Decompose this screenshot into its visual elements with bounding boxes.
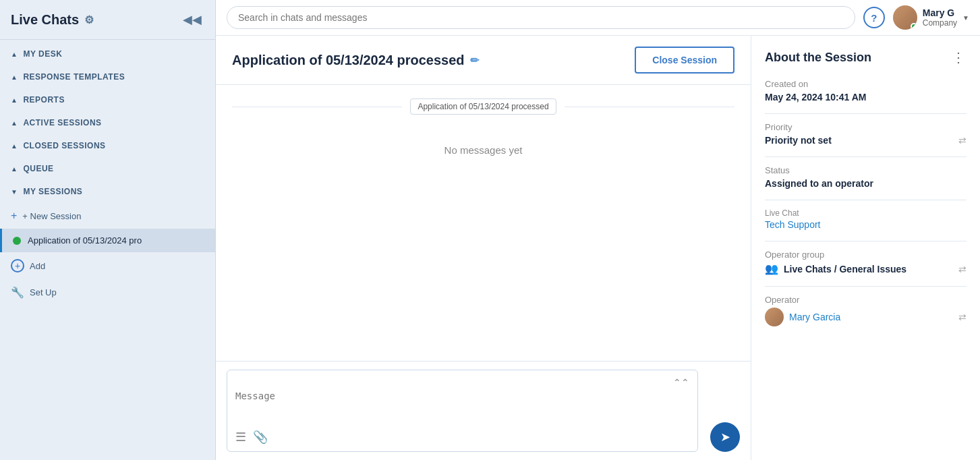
live-chat-section: Live Chat Tech Support <box>765 208 967 230</box>
collapse-sidebar-button[interactable]: ◀◀ <box>180 9 204 30</box>
add-circle-icon: + <box>11 259 24 272</box>
created-on-value: May 24, 2024 10:41 AM <box>765 92 967 103</box>
message-icon-group: ☰ 📎 <box>235 430 268 444</box>
session-item-label: Application of 05/13/2024 pro <box>28 235 142 246</box>
new-session-label: + New Session <box>22 211 81 221</box>
setup-button[interactable]: 🔧 Set Up <box>0 279 215 306</box>
status-section: Status Assigned to an operator <box>765 165 967 189</box>
sidebar-item-label: MY DESK <box>23 49 62 59</box>
operator-section: Operator Mary Garcia ⇄ <box>765 295 967 326</box>
sidebar-item-active-sessions[interactable]: ▲ ACTIVE SESSIONS <box>0 111 215 134</box>
arrow-icon: ▲ <box>11 51 18 58</box>
operator-group-row: 👥 Live Chats / General Issues ⇄ <box>765 262 967 275</box>
swap-operator-icon[interactable]: ⇄ <box>958 312 967 322</box>
user-company: Company <box>923 18 957 28</box>
divider <box>765 156 967 157</box>
message-textarea[interactable] <box>235 391 689 424</box>
sidebar-item-my-sessions[interactable]: ▼ MY SESSIONS <box>0 180 215 203</box>
edit-icon[interactable]: ✏ <box>470 54 479 67</box>
message-box-wrapper: ⌃⌃ ☰ 📎 <box>227 370 698 452</box>
search-input[interactable] <box>227 6 855 29</box>
arrow-down-icon: ▼ <box>11 188 18 196</box>
panel-title: About the Session <box>765 51 871 65</box>
no-messages-text: No messages yet <box>444 144 523 156</box>
operator-group-section: Operator group 👥 Live Chats / General Is… <box>765 250 967 275</box>
sidebar-item-label: QUEUE <box>23 164 53 173</box>
send-button[interactable]: ➤ <box>710 422 740 452</box>
priority-row: Priority not set ⇄ <box>765 135 967 146</box>
sidebar-item-response-templates[interactable]: ▲ RESPONSE TEMPLATES <box>0 65 215 88</box>
avatar <box>893 5 917 30</box>
panel-header: About the Session ⋮ <box>765 49 967 65</box>
setup-label: Set Up <box>30 287 57 297</box>
collapse-icon: ◀◀ <box>183 13 202 26</box>
right-panel: About the Session ⋮ Created on May 24, 2… <box>751 36 980 460</box>
message-actions: ☰ 📎 <box>235 430 689 444</box>
wrench-icon: 🔧 <box>11 286 24 299</box>
priority-label: Priority <box>765 122 967 132</box>
main-area: ? Mary G Company ▼ Application of 05/13/… <box>216 0 980 460</box>
swap-group-icon[interactable]: ⇄ <box>958 264 967 275</box>
online-indicator <box>911 23 917 30</box>
sidebar-item-label: MY SESSIONS <box>23 187 82 196</box>
close-session-button[interactable]: Close Session <box>635 47 734 74</box>
priority-section: Priority Priority not set ⇄ <box>765 122 967 146</box>
expand-button[interactable]: ⌃⌃ <box>673 377 689 388</box>
session-tag: Application of 05/13/2024 processed <box>410 98 556 115</box>
group-icon: 👥 <box>765 262 778 275</box>
plus-icon: + <box>11 210 17 222</box>
swap-priority-icon[interactable]: ⇄ <box>958 135 967 146</box>
arrow-icon: ▲ <box>11 96 18 104</box>
sidebar-item-label: CLOSED SESSIONS <box>23 141 105 150</box>
divider <box>765 241 967 241</box>
attachment-icon-button[interactable]: 📎 <box>253 430 268 444</box>
gear-icon[interactable]: ⚙ <box>84 13 94 26</box>
sidebar: Live Chats ⚙ ◀◀ ▲ MY DESK ▲ RESPONSE TEM… <box>0 0 216 460</box>
sidebar-title-text: Live Chats <box>11 12 79 28</box>
divider <box>765 200 967 200</box>
operator-label: Operator <box>765 295 967 305</box>
new-session-button[interactable]: + + New Session <box>0 203 215 229</box>
active-session-item[interactable]: Application of 05/13/2024 pro <box>0 229 215 252</box>
chat-header: Application of 05/13/2024 processed ✏ Cl… <box>216 36 751 85</box>
template-icon-button[interactable]: ☰ <box>235 430 246 444</box>
operator-link[interactable]: Mary Garcia <box>789 312 840 322</box>
chat-messages: Application of 05/13/2024 processed No m… <box>216 85 751 361</box>
session-online-dot <box>13 237 21 245</box>
sidebar-item-reports[interactable]: ▲ REPORTS <box>0 88 215 111</box>
sidebar-item-label: REPORTS <box>23 95 65 105</box>
arrow-icon: ▲ <box>11 119 18 127</box>
chat-container: Application of 05/13/2024 processed ✏ Cl… <box>216 36 980 460</box>
sidebar-item-closed-sessions[interactable]: ▲ CLOSED SESSIONS <box>0 134 215 157</box>
live-chat-label: Live Chat <box>765 208 967 218</box>
chat-title-text: Application of 05/13/2024 processed <box>232 53 465 68</box>
help-button[interactable]: ? <box>863 7 885 28</box>
add-button[interactable]: + Add <box>0 252 215 279</box>
operator-group-value-row: 👥 Live Chats / General Issues <box>765 262 906 275</box>
user-menu[interactable]: Mary G Company ▼ <box>893 5 969 30</box>
sidebar-item-label: RESPONSE TEMPLATES <box>23 72 125 82</box>
sidebar-nav: ▲ MY DESK ▲ RESPONSE TEMPLATES ▲ REPORTS… <box>0 40 215 460</box>
user-name: Mary G <box>923 7 957 18</box>
created-on-section: Created on May 24, 2024 10:41 AM <box>765 79 967 103</box>
more-options-button[interactable]: ⋮ <box>952 49 967 65</box>
divider <box>765 286 967 287</box>
status-label: Status <box>765 165 967 175</box>
status-value: Assigned to an operator <box>765 178 967 189</box>
sidebar-title: Live Chats ⚙ <box>11 12 94 28</box>
priority-value: Priority not set <box>765 135 832 146</box>
chat-title: Application of 05/13/2024 processed ✏ <box>232 53 479 68</box>
message-input-area: ⌃⌃ ☰ 📎 ➤ <box>216 361 751 460</box>
created-on-label: Created on <box>765 79 967 89</box>
sidebar-item-my-desk[interactable]: ▲ MY DESK <box>0 42 215 65</box>
operator-row: Mary Garcia ⇄ <box>765 308 967 326</box>
session-divider: Application of 05/13/2024 processed <box>232 98 734 115</box>
operator-group-label: Operator group <box>765 250 967 260</box>
live-chat-link[interactable]: Tech Support <box>765 219 821 230</box>
chevron-down-icon: ▼ <box>962 14 969 22</box>
sidebar-item-queue[interactable]: ▲ QUEUE <box>0 157 215 180</box>
arrow-icon: ▲ <box>11 142 18 150</box>
operator-avatar <box>765 308 784 326</box>
top-bar: ? Mary G Company ▼ <box>216 0 980 36</box>
sidebar-header: Live Chats ⚙ ◀◀ <box>0 0 215 40</box>
